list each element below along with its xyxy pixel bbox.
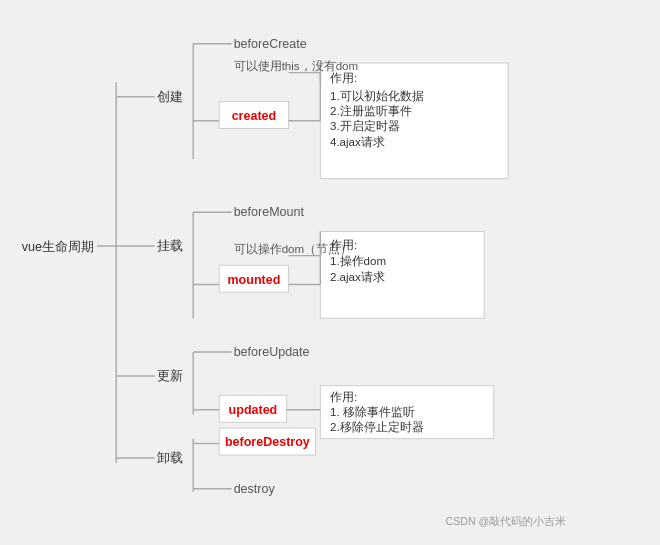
branch-label-destroy: 卸载 <box>157 451 183 465</box>
note-created-line4: 4.ajax请求 <box>330 136 385 148</box>
hook-beforeMount: beforeMount <box>234 205 305 219</box>
note-mounted-line1: 1.操作dom <box>330 255 386 267</box>
diagram-container: vue生命周期 创建 beforeCreate created 可以使用this… <box>0 0 660 545</box>
branch-label-mount: 挂载 <box>157 239 183 253</box>
note-updated-line2: 2.移除停止定时器 <box>330 420 424 433</box>
hook-beforeUpdate: beforeUpdate <box>234 345 310 359</box>
note-updated-line0: 作用: <box>329 391 357 403</box>
hook-updated: updated <box>229 403 278 417</box>
branch-label-update: 更新 <box>157 369 183 383</box>
note-created-line3: 3.开启定时器 <box>330 119 400 132</box>
note-created-line1: 1.可以初始化数据 <box>330 89 424 102</box>
hook-beforeDestroy: beforeDestroy <box>225 435 310 449</box>
note-updated-line1: 1. 移除事件监听 <box>330 406 415 418</box>
note-created-line2: 2.注册监听事件 <box>330 104 412 117</box>
note-created-line0: 作用: <box>329 72 357 84</box>
root-label: vue生命周期 <box>22 240 94 254</box>
hook-mounted: mounted <box>227 273 280 287</box>
hook-destroy: destroy <box>234 482 276 496</box>
note-top-created: 可以使用this，没有dom <box>234 60 358 72</box>
hook-created: created <box>232 109 277 123</box>
note-mounted-line0: 作用: <box>329 239 357 251</box>
note-mounted-line2: 2.ajax请求 <box>330 271 385 283</box>
watermark: CSDN @敲代码的小吉米 <box>446 515 567 527</box>
branch-label-create: 创建 <box>157 90 183 104</box>
hook-beforeCreate: beforeCreate <box>234 37 307 51</box>
